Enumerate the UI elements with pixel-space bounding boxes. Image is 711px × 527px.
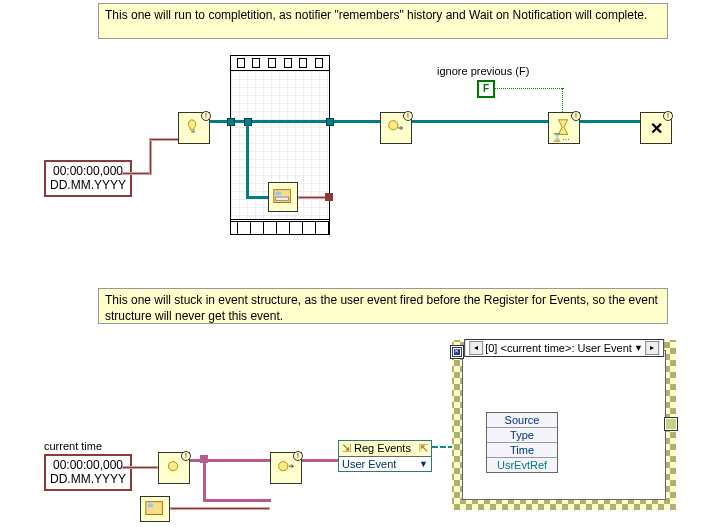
reg-events-row: User Event (342, 458, 396, 470)
comment-top: This one will run to completition, as no… (98, 3, 668, 39)
svg-point-4 (389, 121, 398, 130)
timestamp-date: DD.MM.YYYY (50, 472, 126, 486)
label-current-time: current time (44, 440, 102, 452)
terminal-label-ignore-previous: ignore previous (F) (437, 65, 529, 77)
svg-rect-3 (276, 197, 289, 201)
svg-rect-0 (191, 131, 195, 133)
event-case-selector[interactable]: ◂ [0] <current time>: User Event ▼ ▸ (464, 339, 664, 357)
tunnel (227, 118, 235, 126)
timestamp-date: DD.MM.YYYY (50, 178, 126, 192)
boolean-false-constant[interactable]: F (477, 80, 495, 98)
wire (203, 459, 206, 501)
event-data-type: Type (487, 428, 557, 443)
wire (302, 459, 340, 462)
lightbulb-arrow-icon (385, 117, 407, 139)
tunnel-brown (325, 193, 333, 201)
wire (246, 196, 269, 199)
create-user-event-node[interactable]: ! (158, 452, 190, 484)
register-for-events-node[interactable]: ⇲ Reg Events ⇱ User Event ▼ (338, 440, 432, 472)
timestamp-constant-bottom[interactable]: 00:00:00,000 DD.MM.YYYY (44, 454, 132, 491)
wire-bool (494, 88, 564, 89)
event-data-time: Time (487, 443, 557, 458)
event-data-usrevtref: UsrEvtRef (487, 458, 557, 472)
wire (203, 499, 271, 502)
panel-icon (272, 186, 294, 208)
next-case-button[interactable]: ▸ (645, 341, 659, 355)
subvi-panel-bottom[interactable] (140, 496, 170, 522)
reg-events-title: Reg Events (354, 442, 411, 454)
lightbulb-exclaim-icon (163, 457, 185, 479)
svg-point-5 (169, 462, 178, 471)
wire (122, 172, 152, 175)
subvi-panel[interactable] (268, 182, 298, 212)
wire (170, 507, 270, 510)
event-data-source: Source (487, 413, 557, 428)
wire-notifier-ref (210, 120, 672, 123)
lightbulb-arrow-icon (275, 457, 297, 479)
svg-point-8 (279, 462, 288, 471)
wire (122, 466, 158, 469)
generate-user-event-node[interactable]: ! (270, 452, 302, 484)
wire (246, 120, 249, 198)
tunnel (326, 118, 334, 126)
event-data-node[interactable]: Source Type Time UsrEvtRef (486, 412, 558, 473)
wait-on-notification-node[interactable]: ! ⌛… (548, 112, 580, 144)
obtain-notifier-node[interactable]: ! (178, 112, 210, 144)
timestamp-time: 00:00:00,000 (50, 458, 126, 472)
comment-bottom: This one will stuck in event structure, … (98, 288, 668, 324)
svg-rect-2 (276, 192, 282, 196)
event-case-label: [0] <current time>: User Event (485, 342, 632, 354)
release-notifier-node[interactable]: ✕ ! (640, 112, 672, 144)
lightbulb-exclaim-icon (183, 117, 205, 139)
wire (149, 138, 152, 175)
send-notification-node[interactable]: ! (380, 112, 412, 144)
wire (149, 138, 179, 141)
svg-rect-7 (148, 504, 154, 508)
panel-icon (144, 498, 166, 520)
wire (298, 196, 328, 199)
event-structure[interactable]: ✕ ◂ [0] <current time>: User Event ▼ ▸ S… (452, 340, 676, 510)
timestamp-constant-top[interactable]: 00:00:00,000 DD.MM.YYYY (44, 160, 132, 197)
prev-case-button[interactable]: ◂ (469, 341, 483, 355)
timestamp-time: 00:00:00,000 (50, 164, 126, 178)
